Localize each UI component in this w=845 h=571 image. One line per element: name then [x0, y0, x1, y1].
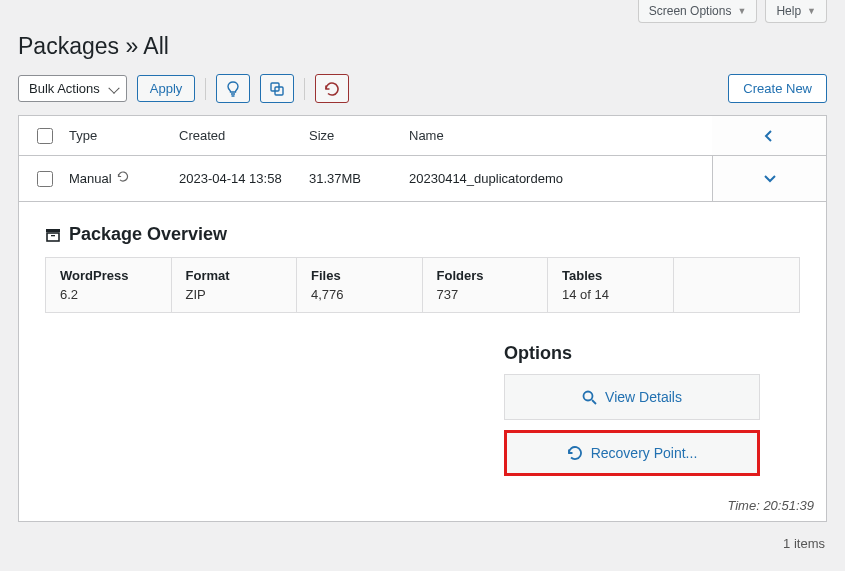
lightbulb-button[interactable]	[216, 74, 250, 103]
table-header-row: Type Created Size Name	[19, 116, 826, 156]
svg-rect-4	[51, 235, 55, 236]
row-checkbox[interactable]	[37, 171, 53, 187]
stat-wordpress: WordPress 6.2	[46, 258, 172, 312]
overview-heading: Package Overview	[45, 224, 800, 245]
screen-options-label: Screen Options	[649, 4, 732, 18]
caret-down-icon: ▼	[807, 6, 816, 16]
screen-options-button[interactable]: Screen Options ▼	[638, 0, 758, 23]
item-count: 1 items	[0, 522, 845, 551]
stat-tables: Tables 14 of 14	[548, 258, 674, 312]
table-row: Manual 2023-04-14 13:58 31.37MB 20230414…	[19, 156, 826, 202]
recovery-icon	[324, 82, 340, 96]
recovery-row-icon	[117, 171, 129, 186]
create-new-button[interactable]: Create New	[728, 74, 827, 103]
td-type: Manual	[69, 171, 179, 186]
lightbulb-icon	[226, 81, 240, 97]
chevron-down-icon	[763, 174, 777, 184]
row-expand-button[interactable]	[712, 156, 826, 201]
time-footer: Time: 20:51:39	[19, 494, 826, 521]
stat-folders: Folders 737	[423, 258, 549, 312]
td-created: 2023-04-14 13:58	[179, 171, 309, 186]
stat-empty	[674, 258, 800, 312]
type-label: Manual	[69, 171, 112, 186]
stat-format: Format ZIP	[172, 258, 298, 312]
select-all-checkbox[interactable]	[37, 128, 53, 144]
templates-button[interactable]	[260, 74, 294, 103]
help-label: Help	[776, 4, 801, 18]
divider	[304, 78, 305, 100]
collapse-all-button[interactable]	[712, 116, 826, 155]
packages-table: Type Created Size Name Manual 2023-04-14…	[18, 115, 827, 522]
apply-button[interactable]: Apply	[137, 75, 196, 102]
copy-icon	[270, 82, 284, 96]
options-heading: Options	[504, 343, 760, 364]
th-size: Size	[309, 128, 409, 143]
divider	[205, 78, 206, 100]
recovery-icon	[567, 446, 583, 460]
recovery-point-label: Recovery Point...	[591, 445, 698, 461]
recovery-point-button[interactable]: Recovery Point...	[504, 430, 760, 476]
svg-point-5	[584, 391, 593, 400]
svg-rect-2	[46, 229, 60, 232]
td-name: 20230414_duplicatordemo	[409, 171, 712, 186]
th-name: Name	[409, 128, 712, 143]
help-button[interactable]: Help ▼	[765, 0, 827, 23]
th-type: Type	[69, 128, 179, 143]
select-all-cell	[19, 125, 69, 147]
page-title: Packages » All	[18, 33, 845, 60]
overview-stats: WordPress 6.2 Format ZIP Files 4,776 Fol…	[45, 257, 800, 313]
bulk-actions-label: Bulk Actions	[29, 81, 100, 96]
td-size: 31.37MB	[309, 171, 409, 186]
archive-icon	[45, 227, 61, 243]
bulk-actions-select[interactable]: Bulk Actions	[18, 75, 127, 102]
recovery-toolbar-button[interactable]	[315, 74, 349, 103]
svg-rect-3	[47, 233, 59, 241]
view-details-label: View Details	[605, 389, 682, 405]
overview-heading-text: Package Overview	[69, 224, 227, 245]
view-details-button[interactable]: View Details	[504, 374, 760, 420]
stat-files: Files 4,776	[297, 258, 423, 312]
row-check-cell	[19, 168, 69, 190]
caret-down-icon: ▼	[737, 6, 746, 16]
search-icon	[582, 390, 597, 405]
th-created: Created	[179, 128, 309, 143]
chevron-left-icon	[764, 129, 774, 143]
